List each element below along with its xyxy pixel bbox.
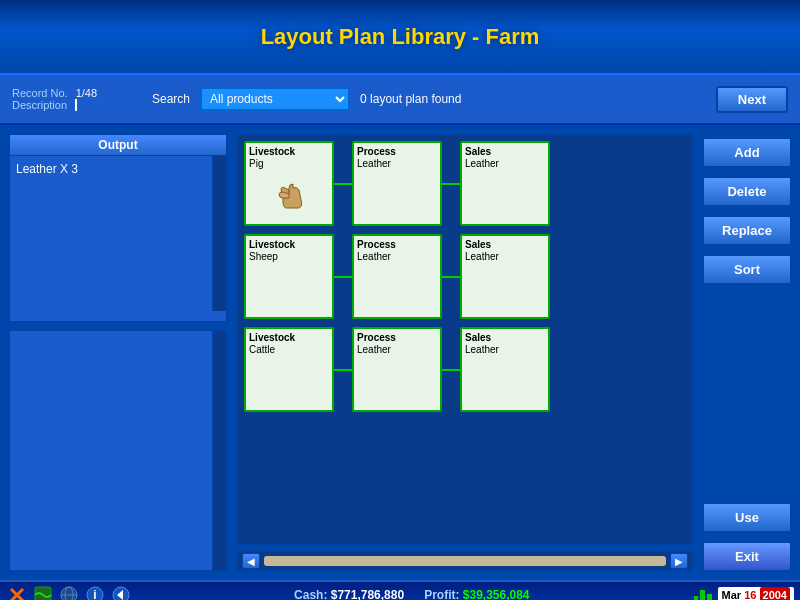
grid-cell-process-leather-3[interactable]: Process Leather [352, 327, 442, 412]
right-panel: Add Delete Replace Sort Use Exit [702, 133, 792, 572]
side-scrollbar[interactable] [212, 331, 226, 570]
cell-r1c3-line2: Leather [465, 158, 545, 170]
cell-r1c2-line1: Process [357, 146, 437, 158]
cell-r1c2-line2: Leather [357, 158, 437, 170]
header: Layout Plan Library - Farm [0, 0, 800, 75]
cell-r2c1-line2: Sheep [249, 251, 329, 263]
extra-box [8, 329, 228, 572]
cell-r2c2-line2: Leather [357, 251, 437, 263]
scroll-left-arrow[interactable]: ◀ [242, 553, 260, 569]
date-text: Mar [722, 589, 745, 600]
pig-icon [249, 170, 329, 221]
cell-r3c1-line2: Cattle [249, 344, 329, 356]
cell-r3c1-line1: Livestock [249, 332, 329, 344]
connector-r3c1 [334, 369, 352, 371]
back-arrow-icon[interactable] [110, 584, 132, 600]
cell-r1c1-line1: Livestock [249, 146, 329, 158]
connector-r2c1 [334, 276, 352, 278]
connector-r1c2 [442, 183, 460, 185]
record-no-value: 1/48 [76, 87, 97, 99]
cell-r3c2-line1: Process [357, 332, 437, 344]
grid-row-3: Livestock Cattle Process Leather Sales L… [244, 327, 686, 412]
grid-cell-sales-leather-2[interactable]: Sales Leather [460, 234, 550, 319]
cash-value: $771,786,880 [331, 588, 404, 600]
bottom-scrollbar: ◀ ▶ [236, 550, 694, 572]
replace-button[interactable]: Replace [702, 215, 792, 246]
header-title: Layout Plan Library - Farm [261, 24, 540, 50]
cell-r1c3-line1: Sales [465, 146, 545, 158]
chart-bar-2 [700, 590, 705, 600]
profit-label: Profit: [424, 588, 459, 600]
toolbar: Record No. 1/48 Description Search All p… [0, 75, 800, 125]
sort-button[interactable]: Sort [702, 254, 792, 285]
next-button[interactable]: Next [716, 86, 788, 113]
search-label: Search [152, 92, 190, 106]
grid-row-1: Livestock Pig [244, 141, 686, 226]
output-box: Output Leather X 3 [8, 133, 228, 323]
cell-r2c3-line2: Leather [465, 251, 545, 263]
chart-icon[interactable] [692, 584, 714, 600]
svg-text:i: i [93, 588, 96, 600]
map-icon[interactable] [32, 584, 54, 600]
delete-button[interactable]: Delete [702, 176, 792, 207]
info-icon[interactable]: i [84, 584, 106, 600]
grid-cell-sales-leather-1[interactable]: Sales Leather [460, 141, 550, 226]
globe-icon[interactable] [58, 584, 80, 600]
output-text: Leather X 3 [16, 162, 78, 176]
chart-bar-1 [694, 596, 699, 600]
cash-label: Cash: [294, 588, 327, 600]
grid-cell-sales-leather-3[interactable]: Sales Leather [460, 327, 550, 412]
date-year: 2004 [760, 587, 790, 600]
connector-r3c2 [442, 369, 460, 371]
grid-cell-livestock-sheep[interactable]: Livestock Sheep [244, 234, 334, 319]
cell-r3c2-line2: Leather [357, 344, 437, 356]
cell-r2c3-line1: Sales [465, 239, 545, 251]
cell-r2c2-line1: Process [357, 239, 437, 251]
record-info: Record No. 1/48 Description [12, 87, 142, 111]
center-panel: Livestock Pig [236, 133, 694, 572]
grid-cell-process-leather-1[interactable]: Process Leather [352, 141, 442, 226]
cell-r3c3-line1: Sales [465, 332, 545, 344]
connector-r1c1 [334, 183, 352, 185]
scroll-track[interactable] [264, 556, 666, 566]
layout-found-text: 0 layout plan found [360, 92, 706, 106]
left-panel: Output Leather X 3 [8, 133, 228, 572]
date-display: Mar 16 2004 [718, 587, 794, 600]
use-button[interactable]: Use [702, 502, 792, 533]
taskbar: i Cash: $771,786,880 Profit: $39,356,084… [0, 580, 800, 600]
cell-r2c1-line1: Livestock [249, 239, 329, 251]
svg-point-3 [61, 587, 77, 600]
profit-value: $39,356,084 [463, 588, 530, 600]
add-button[interactable]: Add [702, 137, 792, 168]
taskbar-icons: i [0, 584, 138, 600]
tools-icon[interactable] [6, 584, 28, 600]
output-header: Output [10, 135, 226, 156]
scroll-right-arrow[interactable]: ▶ [670, 553, 688, 569]
description-label: Description [12, 99, 67, 111]
output-scrollbar[interactable] [212, 156, 226, 311]
grid-cell-process-leather-2[interactable]: Process Leather [352, 234, 442, 319]
description-cursor [75, 99, 77, 111]
grid-area: Livestock Pig [236, 133, 694, 546]
grid-row-2: Livestock Sheep Process Leather Sales Le… [244, 234, 686, 319]
cell-r1c1-line2: Pig [249, 158, 329, 170]
connector-r2c2 [442, 276, 460, 278]
search-select[interactable]: All products [200, 87, 350, 111]
exit-button[interactable]: Exit [702, 541, 792, 572]
chart-bar-3 [707, 594, 712, 600]
record-no-label: Record No. [12, 87, 68, 99]
output-content: Leather X 3 [10, 156, 226, 311]
date-num: 16 [744, 589, 759, 600]
taskbar-right: Mar 16 2004 [686, 584, 800, 600]
taskbar-money: Cash: $771,786,880 Profit: $39,356,084 [138, 588, 686, 600]
cell-r3c3-line2: Leather [465, 344, 545, 356]
main-content: Output Leather X 3 Livestock Pig [0, 125, 800, 580]
grid-cell-livestock-pig[interactable]: Livestock Pig [244, 141, 334, 226]
grid-cell-livestock-cattle[interactable]: Livestock Cattle [244, 327, 334, 412]
